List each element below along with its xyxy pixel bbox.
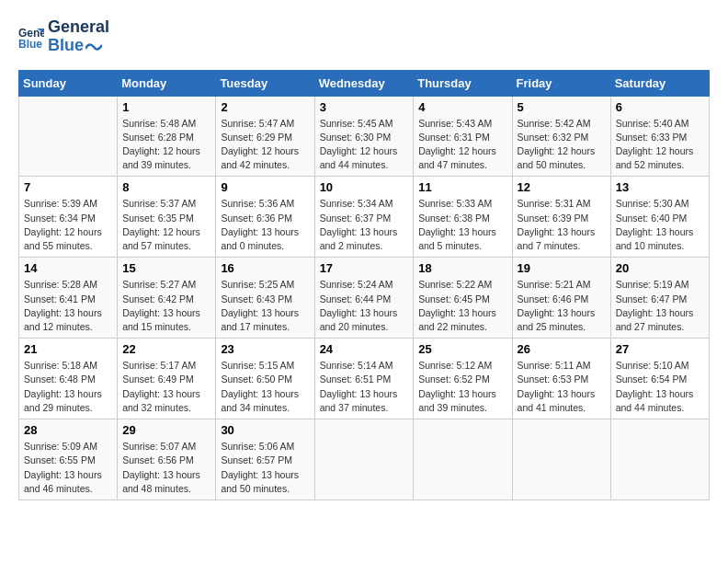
day-number: 2 (221, 100, 309, 114)
day-info: Sunrise: 5:12 AMSunset: 6:52 PMDaylight:… (418, 359, 506, 415)
logo-general: General (48, 18, 109, 37)
day-info: Sunrise: 5:22 AMSunset: 6:45 PMDaylight:… (418, 278, 506, 334)
logo-wave-icon (85, 40, 102, 52)
day-info: Sunrise: 5:21 AMSunset: 6:46 PMDaylight:… (518, 278, 606, 334)
col-header-sunday: Sunday (19, 70, 118, 96)
day-number: 16 (221, 261, 309, 275)
day-cell (512, 419, 610, 500)
day-info: Sunrise: 5:43 AMSunset: 6:31 PMDaylight:… (418, 117, 506, 173)
day-number: 27 (616, 342, 704, 356)
day-number: 6 (616, 100, 704, 114)
day-info: Sunrise: 5:09 AMSunset: 6:55 PMDaylight:… (24, 440, 112, 496)
day-info: Sunrise: 5:06 AMSunset: 6:57 PMDaylight:… (221, 440, 309, 496)
day-cell: 24Sunrise: 5:14 AMSunset: 6:51 PMDayligh… (314, 339, 414, 419)
day-info: Sunrise: 5:30 AMSunset: 6:40 PMDaylight:… (616, 197, 704, 253)
day-number: 23 (221, 342, 309, 356)
day-info: Sunrise: 5:45 AMSunset: 6:30 PMDaylight:… (320, 117, 409, 173)
day-number: 24 (320, 342, 409, 356)
day-cell: 21Sunrise: 5:18 AMSunset: 6:48 PMDayligh… (19, 339, 118, 419)
logo: General Blue General Blue (18, 18, 109, 55)
day-cell: 1Sunrise: 5:48 AMSunset: 6:28 PMDaylight… (118, 96, 216, 177)
day-number: 28 (24, 423, 112, 437)
day-number: 15 (122, 261, 210, 275)
day-cell (314, 419, 414, 500)
day-cell: 2Sunrise: 5:47 AMSunset: 6:29 PMDaylight… (216, 96, 314, 177)
logo-blue: Blue (48, 37, 109, 55)
day-number: 19 (518, 261, 606, 275)
day-info: Sunrise: 5:34 AMSunset: 6:37 PMDaylight:… (320, 197, 409, 253)
day-cell (610, 419, 709, 500)
day-info: Sunrise: 5:39 AMSunset: 6:34 PMDaylight:… (24, 197, 112, 253)
day-cell: 23Sunrise: 5:15 AMSunset: 6:50 PMDayligh… (216, 339, 314, 419)
week-row-2: 7Sunrise: 5:39 AMSunset: 6:34 PMDaylight… (19, 177, 710, 258)
calendar-table: SundayMondayTuesdayWednesdayThursdayFrid… (18, 70, 710, 500)
day-number: 3 (320, 100, 409, 114)
day-info: Sunrise: 5:27 AMSunset: 6:42 PMDaylight:… (122, 278, 210, 334)
day-cell: 28Sunrise: 5:09 AMSunset: 6:55 PMDayligh… (19, 419, 118, 500)
day-number: 12 (518, 180, 606, 194)
col-header-saturday: Saturday (610, 70, 709, 96)
day-number: 14 (24, 261, 112, 275)
day-cell (414, 419, 512, 500)
day-cell: 10Sunrise: 5:34 AMSunset: 6:37 PMDayligh… (314, 177, 414, 258)
day-number: 9 (221, 180, 309, 194)
day-info: Sunrise: 5:31 AMSunset: 6:39 PMDaylight:… (518, 197, 606, 253)
day-cell: 16Sunrise: 5:25 AMSunset: 6:43 PMDayligh… (216, 258, 314, 339)
day-number: 20 (616, 261, 704, 275)
week-row-1: 1Sunrise: 5:48 AMSunset: 6:28 PMDaylight… (19, 96, 710, 177)
day-cell: 30Sunrise: 5:06 AMSunset: 6:57 PMDayligh… (216, 419, 314, 500)
day-cell: 27Sunrise: 5:10 AMSunset: 6:54 PMDayligh… (610, 339, 709, 419)
day-info: Sunrise: 5:36 AMSunset: 6:36 PMDaylight:… (221, 197, 309, 253)
day-number: 1 (122, 100, 210, 114)
day-info: Sunrise: 5:47 AMSunset: 6:29 PMDaylight:… (221, 117, 309, 173)
day-cell: 11Sunrise: 5:33 AMSunset: 6:38 PMDayligh… (414, 177, 512, 258)
day-info: Sunrise: 5:17 AMSunset: 6:49 PMDaylight:… (122, 359, 210, 415)
day-number: 13 (616, 180, 704, 194)
day-info: Sunrise: 5:40 AMSunset: 6:33 PMDaylight:… (616, 117, 704, 173)
day-info: Sunrise: 5:14 AMSunset: 6:51 PMDaylight:… (320, 359, 409, 415)
day-info: Sunrise: 5:19 AMSunset: 6:47 PMDaylight:… (616, 278, 704, 334)
day-number: 18 (418, 261, 506, 275)
day-cell: 9Sunrise: 5:36 AMSunset: 6:36 PMDaylight… (216, 177, 314, 258)
day-cell: 13Sunrise: 5:30 AMSunset: 6:40 PMDayligh… (610, 177, 709, 258)
day-cell: 26Sunrise: 5:11 AMSunset: 6:53 PMDayligh… (512, 339, 610, 419)
col-header-tuesday: Tuesday (216, 70, 314, 96)
day-number: 7 (24, 180, 112, 194)
week-row-3: 14Sunrise: 5:28 AMSunset: 6:41 PMDayligh… (19, 258, 710, 339)
page-header: General Blue General Blue (18, 18, 710, 55)
col-header-monday: Monday (118, 70, 216, 96)
day-cell: 20Sunrise: 5:19 AMSunset: 6:47 PMDayligh… (610, 258, 709, 339)
day-info: Sunrise: 5:25 AMSunset: 6:43 PMDaylight:… (221, 278, 309, 334)
day-number: 4 (418, 100, 506, 114)
day-info: Sunrise: 5:18 AMSunset: 6:48 PMDaylight:… (24, 359, 112, 415)
day-cell: 22Sunrise: 5:17 AMSunset: 6:49 PMDayligh… (118, 339, 216, 419)
day-cell: 12Sunrise: 5:31 AMSunset: 6:39 PMDayligh… (512, 177, 610, 258)
day-number: 21 (24, 342, 112, 356)
day-info: Sunrise: 5:11 AMSunset: 6:53 PMDaylight:… (518, 359, 606, 415)
calendar-header-row: SundayMondayTuesdayWednesdayThursdayFrid… (19, 70, 710, 96)
col-header-friday: Friday (512, 70, 610, 96)
day-cell (19, 96, 118, 177)
day-info: Sunrise: 5:10 AMSunset: 6:54 PMDaylight:… (616, 359, 704, 415)
svg-text:Blue: Blue (18, 38, 42, 50)
day-number: 10 (320, 180, 409, 194)
day-cell: 29Sunrise: 5:07 AMSunset: 6:56 PMDayligh… (118, 419, 216, 500)
day-cell: 5Sunrise: 5:42 AMSunset: 6:32 PMDaylight… (512, 96, 610, 177)
day-info: Sunrise: 5:15 AMSunset: 6:50 PMDaylight:… (221, 359, 309, 415)
day-cell: 6Sunrise: 5:40 AMSunset: 6:33 PMDaylight… (610, 96, 709, 177)
day-cell: 4Sunrise: 5:43 AMSunset: 6:31 PMDaylight… (414, 96, 512, 177)
col-header-wednesday: Wednesday (314, 70, 414, 96)
day-cell: 19Sunrise: 5:21 AMSunset: 6:46 PMDayligh… (512, 258, 610, 339)
day-number: 8 (122, 180, 210, 194)
day-cell: 3Sunrise: 5:45 AMSunset: 6:30 PMDaylight… (314, 96, 414, 177)
day-info: Sunrise: 5:33 AMSunset: 6:38 PMDaylight:… (418, 197, 506, 253)
day-cell: 8Sunrise: 5:37 AMSunset: 6:35 PMDaylight… (118, 177, 216, 258)
day-info: Sunrise: 5:37 AMSunset: 6:35 PMDaylight:… (122, 197, 210, 253)
day-number: 25 (418, 342, 506, 356)
day-cell: 25Sunrise: 5:12 AMSunset: 6:52 PMDayligh… (414, 339, 512, 419)
day-cell: 14Sunrise: 5:28 AMSunset: 6:41 PMDayligh… (19, 258, 118, 339)
day-cell: 18Sunrise: 5:22 AMSunset: 6:45 PMDayligh… (414, 258, 512, 339)
day-info: Sunrise: 5:42 AMSunset: 6:32 PMDaylight:… (518, 117, 606, 173)
day-cell: 7Sunrise: 5:39 AMSunset: 6:34 PMDaylight… (19, 177, 118, 258)
day-info: Sunrise: 5:07 AMSunset: 6:56 PMDaylight:… (122, 440, 210, 496)
